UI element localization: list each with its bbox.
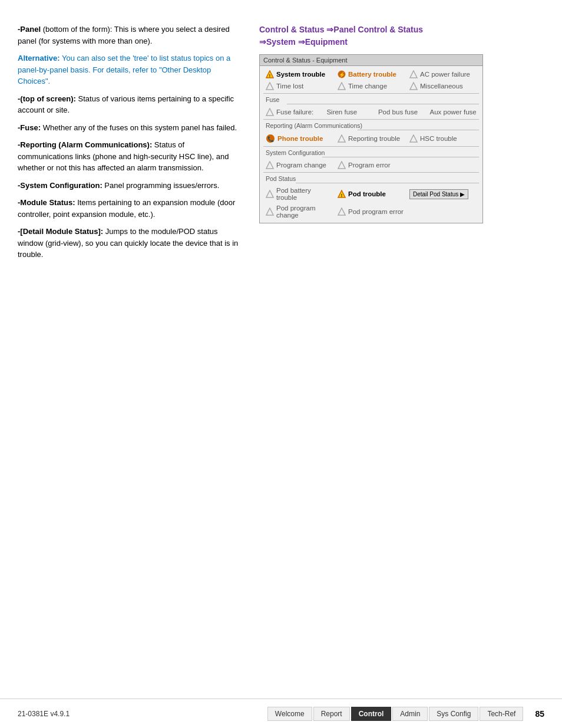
page-content: -Panel (bottom of the form): This is whe… [0,0,562,314]
ac-power-cell[interactable]: AC power failure [407,70,479,79]
fuse-row: Fuse failure: Siren fuse Pod bus fuse Au… [263,106,479,118]
svg-text:⚡: ⚡ [339,71,345,78]
program-error-cell[interactable]: Program error [335,160,407,170]
sysconfig-row: Program change Program error [263,159,479,171]
phone-trouble-cell[interactable]: 📞 Phone trouble [263,133,335,144]
fuse-underline [287,104,479,104]
panel-colon: : [110,25,113,34]
pod-bus-fuse-label: Pod bus fuse [378,108,418,116]
detail-pod-cell[interactable]: Detail Pod Status ▶ [407,189,479,200]
hsc-trouble-cell[interactable]: HSC trouble [407,134,479,143]
nav-admin[interactable]: Admin [392,707,428,721]
program-change-label: Program change [276,162,326,169]
system-trouble-cell[interactable]: ! System trouble [263,70,335,79]
nav-report[interactable]: Report [313,707,350,721]
section-heading: Control & Status ⇒Panel Control & Status… [259,24,544,48]
svg-text:!: ! [269,74,270,78]
misc-icon [409,82,418,90]
nav-control[interactable]: Control [351,707,392,721]
reporting-trouble-icon [338,134,346,143]
program-change-icon [266,161,274,169]
pod-trouble-cell[interactable]: ! Pod trouble [335,189,407,199]
footer-version: 21-0381E v4.9.1 [18,710,267,718]
system-trouble-icon: ! [266,70,274,78]
sysconfig-empty-cell [407,164,479,166]
pod-status-section-label: Pod Status [263,174,479,182]
equipment-panel: Control & Status - Equipment ! System tr… [259,54,483,223]
time-change-label: Time change [348,83,387,90]
svg-text:📞: 📞 [267,136,275,143]
pod-trouble-label: Pod trouble [348,190,386,197]
system-trouble-label: System trouble [276,71,325,78]
panel-title: Control & Status - Equipment [263,57,347,64]
panel-body: ! System trouble ⚡ Battery trouble [260,66,482,223]
nav-sys-config[interactable]: Sys Config [429,707,478,721]
time-lost-icon [266,82,274,90]
detail-pod-status-button[interactable]: Detail Pod Status ▶ [409,189,468,199]
ac-power-label: AC power failure [420,71,470,78]
reporting-label: -Reporting (Alarm Communications): [18,140,152,149]
miscellaneous-label: Miscellaneous [420,83,463,90]
footer-page-number: 85 [535,709,544,719]
pod-status-divider [263,172,479,173]
ac-power-icon [409,70,418,78]
top-of-screen-item: -(top of screen): Status of various item… [18,93,242,116]
fuse-divider [263,93,479,94]
program-error-icon [338,161,346,169]
fuse-failure-label: Fuse failure: [276,108,313,116]
pod-trouble-icon: ! [338,190,346,198]
miscellaneous-cell[interactable]: Miscellaneous [407,81,479,91]
pod-status-underline [296,183,479,183]
sys-config-item: -System Configuration: Panel programming… [18,180,242,192]
reporting-row: 📞 Phone trouble Reporting trouble [263,132,479,145]
module-label: -Module Status: [18,198,75,207]
pod-program-change-label: Pod program change [276,205,333,219]
left-column: -Panel (bottom of the form): This is whe… [18,24,242,266]
aux-power-fuse-cell[interactable]: Aux power fuse [427,108,479,116]
alt-label: Alternative: [18,54,60,62]
svg-text:!: ! [341,193,342,197]
right-column: Control & Status ⇒Panel Control & Status… [259,24,544,266]
fuse-label: -Fuse: [18,123,41,132]
pod-status-row1: Pod battery trouble ! Pod trouble Detail… [263,185,479,203]
fuse-item: -Fuse: Whether any of the fuses on this … [18,122,242,134]
reporting-item: -Reporting (Alarm Communications): Statu… [18,139,242,174]
fuse-section-label: Fuse [263,95,479,103]
hsc-trouble-label: HSC trouble [420,135,457,142]
panel-row-1: ! System trouble ⚡ Battery trouble [263,68,479,80]
heading-line2: ⇒System ⇒Equipment [259,37,348,47]
panel-label: -Panel [18,25,41,34]
reporting-section-label: Reporting (Alarm Communications) [263,121,479,129]
sysconfig-section-label: System Configuration [263,148,479,156]
time-change-icon [338,82,346,90]
pod-bus-fuse-cell[interactable]: Pod bus fuse [376,108,428,116]
battery-trouble-cell[interactable]: ⚡ Battery trouble [335,70,407,79]
panel-label-suffix: (bottom of the form) [43,25,110,34]
phone-trouble-label: Phone trouble [277,135,323,142]
sys-config-text: Panel programming issues/errors. [104,181,219,190]
page-footer: 21-0381E v4.9.1 Welcome Report Control A… [0,699,562,728]
fuse-text: Whether any of the fuses on this system … [43,123,237,132]
pod-program-error-icon [338,207,346,216]
siren-fuse-cell[interactable]: Siren fuse [324,108,376,116]
pod-battery-cell[interactable]: Pod battery trouble [263,186,335,202]
time-lost-cell[interactable]: Time lost [263,81,335,91]
pod-program-change-icon [266,207,274,216]
pod-battery-icon [266,190,274,198]
detail-module-label: -[Detail Module Status]: [18,227,103,236]
sysconfig-divider [263,146,479,147]
footer-nav: Welcome Report Control Admin Sys Config … [267,707,524,721]
program-change-cell[interactable]: Program change [263,160,335,170]
hsc-trouble-icon [409,134,418,143]
pod-status-row2: Pod program change Pod program error [263,203,479,220]
module-status-item: -Module Status: Items pertaining to an e… [18,197,242,220]
pod-program-error-cell[interactable]: Pod program error [335,207,407,216]
nav-tech-ref[interactable]: Tech-Ref [480,707,523,721]
heading-line1: Control & Status ⇒Panel Control & Status [259,25,423,34]
fuse-failure-cell[interactable]: Fuse failure: [263,107,324,117]
nav-welcome[interactable]: Welcome [267,707,312,721]
reporting-trouble-cell[interactable]: Reporting trouble [335,134,407,143]
panel-row-2: Time lost Time change Miscellaneous [263,80,479,92]
time-change-cell[interactable]: Time change [335,81,407,91]
pod-program-change-cell[interactable]: Pod program change [263,204,335,219]
